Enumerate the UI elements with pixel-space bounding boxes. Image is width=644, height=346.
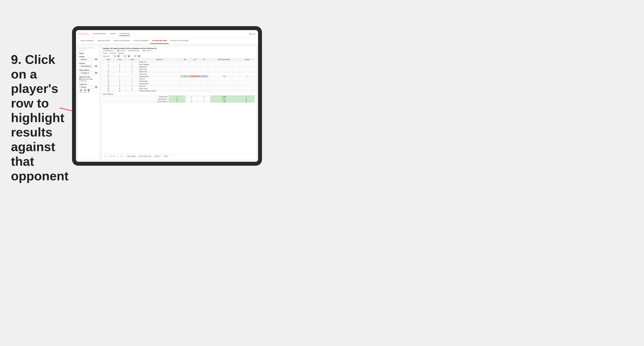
sub-nav-player-h2h-heatmap[interactable]: PLAYER H2H HEATMAP — [169, 38, 190, 44]
nav-tournaments[interactable]: TOURNAMENTS — [93, 32, 106, 36]
col-rounds: Rounds — [240, 58, 255, 61]
nav-committee[interactable]: COMMITTEE — [119, 32, 130, 36]
table-cell: 3 — [103, 61, 114, 63]
sub-nav-team-h2h-grid[interactable]: TEAM H2H GRID — [96, 38, 112, 44]
out-tie-cell: 0 — [198, 96, 210, 98]
region-select[interactable]: (All) — [112, 55, 120, 57]
table-cell[interactable]: Alexis Sudjianto — [138, 63, 180, 66]
table-row[interactable]: 20117Federica Domecq Lacroze — [103, 90, 255, 92]
colour-select[interactable]: Win/loss — [79, 86, 98, 89]
opponent-label: Opponent — [118, 52, 124, 54]
player-rank-select[interactable]: 8. Katelyn Vo — [79, 71, 98, 74]
table-row[interactable]: 1691Jessica Mason — [103, 82, 255, 85]
table-cell[interactable]: Sydney Kuo — [138, 66, 180, 68]
copy-icon[interactable]: ⧉ — [113, 155, 114, 158]
table-cell[interactable]: Jessica Huang — [138, 75, 180, 78]
overall-record-label: Overall Record: — [103, 50, 114, 51]
colour-up-dot — [88, 89, 90, 91]
table-cell: 14 — [103, 78, 114, 80]
table-cell[interactable]: Eunice Yi — [138, 78, 180, 80]
out-diff-cell: 4.500 — [210, 96, 238, 98]
sub-nav-player-summary[interactable]: PLAYER SUMMARY — [132, 38, 150, 44]
table-cell — [208, 61, 240, 63]
table-cell: 16 — [103, 82, 114, 85]
table-cell[interactable]: Sharon Mun — [138, 68, 180, 70]
table-row[interactable]: 1474Eunice Yi — [103, 78, 255, 80]
radio-top100[interactable]: Top 100 — [79, 80, 98, 82]
sign-out-button[interactable]: Sign out — [249, 33, 256, 35]
nav-teams[interactable]: TEAMS — [110, 32, 116, 36]
table-cell — [180, 90, 190, 92]
col-reg: # Reg — [114, 58, 126, 61]
table-cell — [180, 78, 190, 80]
nav-items: TOURNAMENTS TEAMS COMMITTEE — [93, 32, 249, 36]
left-panel: Last Updated: 27/03/2024 16:55:28 Player… — [78, 46, 100, 160]
conference-label: Conference — [109, 52, 116, 54]
opponent-select[interactable]: (All) — [132, 55, 141, 57]
plus-icon[interactable]: + — [116, 155, 117, 157]
clock-icon[interactable]: ⏱ — [120, 155, 122, 157]
table-cell — [240, 80, 255, 82]
radio-top100-input[interactable] — [79, 80, 81, 82]
table-cell[interactable]: Andrea York — [138, 70, 180, 73]
table-cell: 1 — [126, 82, 138, 85]
out-table-row[interactable]: NAIA Division 115009.26730 — [103, 98, 255, 100]
table-cell — [190, 73, 200, 75]
table-row[interactable]: 1822Euna Lee — [103, 85, 255, 87]
watch-button[interactable]: Watch ▼ — [154, 155, 161, 158]
sub-nav-team-h2h-heatmap[interactable]: TEAM H2H HEATMAP — [112, 38, 132, 44]
annotation-text: 9. Click on a player's row to highlight … — [11, 52, 72, 183]
table-row[interactable]: 131Jessica Huang010-3.002 — [103, 75, 255, 78]
nav-bar: SCOREBOARD Powered by clippd TOURNAMENTS… — [76, 30, 258, 38]
save-custom-view-button[interactable]: Save Custom View — [138, 155, 152, 158]
out-win-cell: 5 — [168, 100, 185, 103]
division-record-label: Division Record: — [128, 50, 139, 51]
table-cell — [208, 70, 240, 73]
redo-icon[interactable]: ↪ — [108, 155, 109, 157]
table-cell: 1 — [190, 75, 200, 78]
table-cell[interactable]: Jessica Mason — [138, 82, 180, 85]
colour-level-label: Level — [84, 92, 86, 93]
table-cell — [114, 73, 126, 75]
table-cell: 8 — [114, 80, 126, 82]
undo-icon[interactable]: ↩ — [104, 155, 106, 157]
table-cell[interactable]: Emily Chang — [138, 87, 180, 90]
table-row[interactable]: 131HeeJo Hyun — [103, 73, 255, 75]
logo: SCOREBOARD Powered by clippd — [78, 33, 89, 35]
table-cell: 1 — [114, 66, 126, 68]
table-row[interactable]: 1585Stella Cheng — [103, 80, 255, 82]
table-cell: 1 — [114, 68, 126, 70]
table-cell[interactable]: HeeJo Hyun — [138, 73, 180, 75]
table-row[interactable]: 522Alexis Sudjianto — [103, 63, 255, 66]
table-cell[interactable]: Stella Cheng — [138, 80, 180, 82]
table-cell[interactable]: Esther Lee — [138, 61, 180, 63]
table-cell: 11 — [114, 90, 126, 92]
out-name-cell: Foreign Team — [103, 96, 169, 98]
sub-nav-team-summary[interactable]: TEAM SUMMARY — [78, 38, 96, 44]
table-cell[interactable]: Federica Domecq Lacroze — [138, 90, 180, 92]
table-cell — [240, 61, 255, 63]
share-button[interactable]: Share — [163, 155, 169, 158]
conference-select[interactable]: (All) — [122, 55, 131, 57]
table-row[interactable]: 31Esther Lee — [103, 61, 255, 63]
division-select[interactable]: NCAA Division III — [79, 65, 98, 68]
out-table-row[interactable]: Foreign Team1004.5002 — [103, 96, 255, 98]
forward-icon[interactable]: ⟳ — [110, 155, 112, 157]
table-row[interactable]: 914Sharon Mun — [103, 68, 255, 70]
out-tie-cell: 0 — [198, 98, 210, 100]
sub-nav-player-h2h-grid[interactable]: PLAYER H2H GRID — [150, 38, 169, 44]
table-cell — [208, 63, 240, 66]
tablet-frame: SCOREBOARD Powered by clippd TOURNAMENTS… — [72, 26, 262, 166]
radio-opponents-played[interactable]: Opponents Played — [79, 78, 98, 80]
out-table-row[interactable]: NCAA Division 25007.40010 — [103, 100, 255, 103]
gender-select[interactable]: Women's — [79, 58, 98, 61]
table-row[interactable]: 613Sydney Kuo — [103, 66, 255, 68]
table-row[interactable]: 19106Emily Chang — [103, 87, 255, 90]
table-cell[interactable]: Euna Lee — [138, 85, 180, 87]
radio-opponents-played-input[interactable] — [79, 78, 81, 80]
view-original-button[interactable]: View: Original — [126, 155, 137, 158]
table-cell — [180, 63, 190, 66]
table-cell — [240, 66, 255, 68]
out-rounds-cell: 2 — [238, 96, 255, 98]
table-row[interactable]: 1063Andrea York — [103, 70, 255, 73]
